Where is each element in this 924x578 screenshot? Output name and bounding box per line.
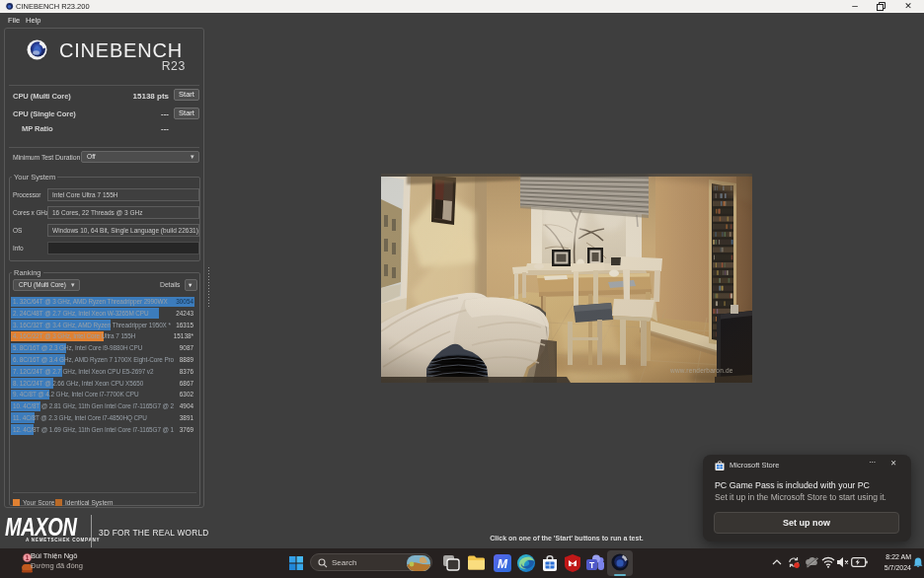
- svg-text:T: T: [589, 560, 595, 570]
- svg-text:www.renderbaron.de: www.renderbaron.de: [669, 367, 733, 374]
- svg-text:M: M: [498, 557, 508, 571]
- svg-text:1: 1: [26, 554, 30, 561]
